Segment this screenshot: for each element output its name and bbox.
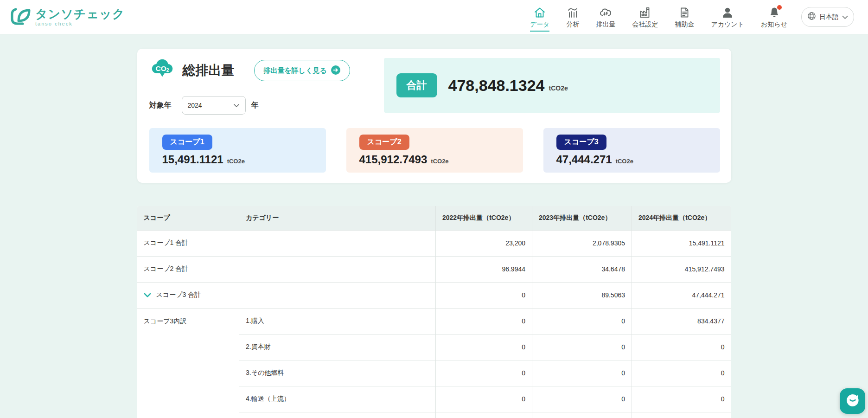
value-2024: 0	[632, 386, 731, 412]
total-unit: tCO2e	[549, 84, 568, 92]
col-header-scope: スコープ	[137, 206, 239, 230]
nav-label: お知らせ	[761, 20, 787, 32]
nav-item-company-settings[interactable]: 会社設定	[632, 2, 658, 32]
value-2023: 0	[532, 334, 632, 360]
language-label: 日本語	[819, 13, 839, 21]
scope1-value: 15,491.1121	[162, 153, 223, 166]
home-icon	[534, 6, 546, 19]
value-2023: 34.6478	[532, 256, 632, 282]
value-2023: 89.5063	[532, 282, 632, 308]
scope2-value: 415,912.7493	[359, 153, 428, 166]
scope3-value: 47,444.271	[556, 153, 612, 166]
year-suffix-label: 年	[251, 101, 259, 110]
value-2022: 23,200	[436, 230, 532, 256]
scope2-card: スコープ2 415,912.7493 tCO2e	[346, 128, 523, 173]
value-2023: 2,078.9305	[532, 230, 632, 256]
value-2023: 0	[532, 360, 632, 386]
main-content: CO2 総排出量 排出量を詳しく見る 対象年 2024	[137, 49, 731, 418]
chat-widget-button[interactable]	[840, 388, 865, 414]
scope1-unit: tCO2e	[227, 158, 245, 165]
nav-label: 分析	[566, 20, 579, 32]
value-2024: 0	[632, 334, 731, 360]
nav-item-subsidy[interactable]: 補助金	[675, 2, 694, 32]
nav-item-account[interactable]: アカウント	[711, 2, 744, 32]
value-2024: 415,912.7493	[632, 256, 731, 282]
scope2-unit: tCO2e	[431, 158, 448, 165]
language-selector[interactable]: 日本語	[801, 7, 854, 27]
chevron-down-icon	[233, 101, 240, 109]
col-header-2022: 2022年排出量（tCO2e）	[436, 206, 532, 230]
emissions-table: スコープ カテゴリー 2022年排出量（tCO2e） 2023年排出量（tCO2…	[137, 206, 731, 418]
scope1-card: スコープ1 15,491.1121 tCO2e	[149, 128, 326, 173]
col-header-2023: 2023年排出量（tCO2e）	[532, 206, 632, 230]
brand-logo[interactable]: タンソチェック tanso check	[8, 5, 125, 29]
value-2024: 15,491.1121	[632, 230, 731, 256]
nav-item-analytics[interactable]: 分析	[566, 2, 579, 32]
category-label: 1.購入	[239, 308, 436, 334]
col-header-2024: 2024年排出量（tCO2e）	[632, 206, 731, 230]
scope2-badge: スコープ2	[359, 135, 409, 150]
total-emissions-card: CO2 総排出量 排出量を詳しく見る 対象年 2024	[137, 49, 731, 183]
page-title: 総排出量	[183, 62, 235, 79]
account-person-icon	[721, 6, 734, 19]
nav-label: 補助金	[675, 20, 694, 32]
co2-cloud-icon: CO2	[149, 58, 175, 83]
category-label: 4.輸送（上流）	[239, 386, 436, 412]
scope1-badge: スコープ1	[162, 135, 212, 150]
scope-cards: スコープ1 15,491.1121 tCO2e スコープ2 415,912.74…	[149, 128, 720, 173]
value-2022: 0	[436, 308, 532, 334]
total-value: 478,848.1324	[448, 77, 545, 95]
brand-name: タンソチェック	[35, 7, 125, 21]
brand-subtitle: tanso check	[35, 21, 125, 26]
nav-label: 会社設定	[632, 20, 658, 32]
nav-label: アカウント	[711, 20, 744, 32]
chevron-down-icon	[842, 13, 848, 21]
scope3-breakdown-label: スコープ3内訳	[137, 308, 239, 418]
table-row-scope3-total: スコープ3 合計 0 89.5063 47,444.271	[137, 282, 731, 308]
emissions-cloud-icon	[599, 6, 612, 19]
view-emissions-detail-button[interactable]: 排出量を詳しく見る	[254, 60, 350, 81]
scope3-card: スコープ3 47,444.271 tCO2e	[543, 128, 720, 173]
row-label: スコープ3 合計	[156, 291, 201, 299]
app-header: タンソチェック tanso check データ 分析	[0, 0, 868, 34]
value-2022: 0	[436, 360, 532, 386]
factory-icon	[639, 6, 651, 19]
year-select-value: 2024	[188, 102, 202, 109]
value-2024: 0	[632, 360, 731, 386]
category-label: 3.その他燃料	[239, 360, 436, 386]
nav-label: データ	[530, 20, 550, 32]
brand-logo-icon	[8, 5, 31, 29]
value-2023: 0	[532, 386, 632, 412]
analytics-chart-icon	[567, 6, 579, 19]
value-2022: 96.9944	[436, 256, 532, 282]
scope3-badge: スコープ3	[556, 135, 606, 150]
value-2023: 0	[532, 308, 632, 334]
scope3-unit: tCO2e	[616, 158, 633, 165]
subsidy-document-icon	[679, 6, 690, 19]
total-badge: 合計	[396, 73, 437, 97]
row-label: スコープ1 合計	[137, 230, 436, 256]
total-panel: 合計 478,848.1324 tCO2e	[384, 58, 720, 113]
value-2022: 0	[436, 334, 532, 360]
scope3-expand-chevron-icon[interactable]	[144, 293, 151, 298]
notification-bell-icon	[769, 6, 780, 19]
nav-item-news[interactable]: お知らせ	[761, 2, 787, 32]
main-nav: データ 分析 排出量	[530, 2, 787, 32]
table-header-row: スコープ カテゴリー 2022年排出量（tCO2e） 2023年排出量（tCO2…	[137, 206, 731, 230]
nav-item-emissions[interactable]: 排出量	[596, 2, 615, 32]
table-row-scope2-total: スコープ2 合計 96.9944 34.6478 415,912.7493	[137, 256, 731, 282]
value-2022: 0	[436, 386, 532, 412]
target-year-label: 対象年	[149, 101, 172, 110]
category-label: 2.資本財	[239, 334, 436, 360]
value-2024: 834.4377	[632, 308, 731, 334]
table-row-breakdown-1: スコープ3内訳 1.購入 0 0 834.4377	[137, 308, 731, 334]
row-label: スコープ2 合計	[137, 256, 436, 282]
arrow-right-circle-icon	[331, 65, 340, 76]
nav-item-data[interactable]: データ	[530, 2, 550, 32]
col-header-category: カテゴリー	[239, 206, 436, 230]
notification-dot	[777, 5, 782, 10]
value-2024: 47,444.271	[632, 282, 731, 308]
year-select[interactable]: 2024	[182, 96, 246, 115]
globe-icon	[807, 12, 816, 22]
value-2022: 0	[436, 282, 532, 308]
